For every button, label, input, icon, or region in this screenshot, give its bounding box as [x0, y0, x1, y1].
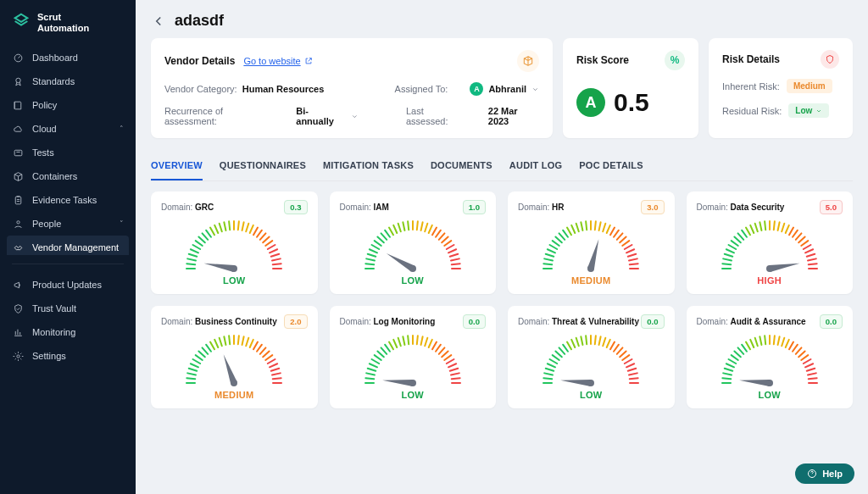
svg-line-233	[626, 364, 634, 367]
tab-mitigation-tasks[interactable]: MITIGATION TASKS	[323, 152, 414, 180]
back-arrow-icon[interactable]	[151, 14, 166, 29]
svg-line-97	[617, 233, 623, 239]
svg-line-132	[801, 241, 808, 246]
svg-line-249	[742, 345, 747, 352]
nav-main: DashboardStandardsPolicyCloud˄TestsConta…	[0, 46, 136, 255]
svg-line-48	[374, 241, 381, 246]
svg-line-203	[451, 378, 459, 379]
sidebar-item-containers[interactable]: Containers	[0, 164, 136, 188]
gauge: HIGH	[697, 219, 843, 286]
sidebar-item-monitoring[interactable]: Monitoring	[0, 320, 136, 344]
svg-line-151	[210, 342, 214, 350]
domain-card-data-security: Domain: Data Security5.0HIGH	[687, 191, 854, 294]
chevron-down-icon: ˅	[120, 219, 124, 228]
svg-line-29	[253, 228, 258, 236]
svg-line-165	[265, 355, 272, 360]
svg-line-55	[403, 222, 404, 230]
svg-line-114	[731, 241, 737, 246]
svg-line-187	[403, 336, 404, 345]
tab-questionnaires[interactable]: QUESTIONNAIRES	[220, 152, 306, 180]
sidebar-item-label: Settings	[32, 351, 66, 361]
tab-overview[interactable]: OVERVIEW	[151, 152, 203, 180]
svg-line-224	[599, 336, 601, 345]
svg-line-101	[626, 249, 634, 253]
domain-name: Log Monitoring	[374, 317, 436, 326]
svg-line-121	[760, 222, 761, 230]
svg-point-74	[409, 265, 416, 272]
svg-line-13	[191, 249, 198, 253]
svg-line-166	[268, 359, 275, 364]
svg-line-128	[789, 228, 793, 236]
svg-line-30	[257, 230, 262, 237]
domain-rating: LOW	[758, 390, 781, 400]
svg-line-180	[374, 355, 381, 360]
domain-card-iam: Domain: IAM1.0LOW	[330, 191, 497, 294]
svg-line-79	[548, 249, 555, 253]
svg-line-230	[620, 352, 626, 358]
svg-line-229	[617, 347, 623, 353]
sidebar-item-policy[interactable]: Policy	[0, 93, 136, 117]
sidebar-item-label: Monitoring	[32, 327, 75, 337]
sidebar-item-people[interactable]: People˅	[0, 212, 136, 236]
svg-line-232	[625, 359, 632, 364]
svg-line-22	[225, 222, 226, 230]
recurrence-select[interactable]: Bi-annually	[296, 106, 359, 126]
percent-icon: %	[665, 50, 685, 70]
sidebar-item-product-updates[interactable]: Product Updates	[0, 273, 136, 297]
nav-separator	[12, 264, 124, 264]
svg-line-117	[742, 230, 747, 237]
sidebar-item-dashboard[interactable]: Dashboard	[0, 46, 136, 69]
svg-line-98	[620, 237, 626, 243]
svg-line-59	[420, 222, 422, 230]
vendor-details-header: Vendor Details Go to website	[164, 50, 539, 72]
svg-line-25	[238, 221, 239, 230]
shieldcheck-icon	[12, 303, 24, 314]
sidebar-item-label: Evidence Tasks	[32, 195, 97, 205]
svg-point-4	[16, 220, 19, 223]
tab-audit-log[interactable]: AUDIT LOG	[509, 152, 562, 180]
svg-line-15	[196, 241, 203, 246]
sidebar-item-label: Vendor Management	[32, 242, 119, 253]
svg-line-65	[442, 237, 448, 243]
svg-line-14	[193, 245, 201, 249]
svg-line-18	[206, 230, 211, 237]
svg-line-78	[546, 254, 554, 257]
svg-line-212	[550, 359, 558, 364]
risk-score-title: Risk Score	[576, 54, 629, 66]
svg-line-264	[801, 355, 808, 360]
svg-line-216	[563, 345, 568, 352]
svg-line-102	[628, 254, 637, 257]
svg-line-220	[581, 336, 583, 345]
sidebar-item-cloud[interactable]: Cloud˄	[0, 117, 136, 141]
svg-line-243	[724, 369, 732, 371]
gauge-icon	[12, 52, 24, 64]
gauge: LOW	[697, 334, 843, 400]
sidebar-item-trust-vault[interactable]: Trust Vault	[0, 297, 136, 320]
svg-line-109	[722, 264, 731, 264]
tab-documents[interactable]: DOCUMENTS	[431, 152, 492, 180]
vendor-details-card: Vendor Details Go to website Vendor Cate…	[151, 38, 553, 138]
svg-line-60	[425, 224, 427, 232]
sidebar-item-vendor-management[interactable]: Vendor Management	[7, 236, 129, 255]
sidebar-item-label: Tests	[32, 147, 54, 158]
sidebar-item-tests[interactable]: Tests	[0, 141, 136, 164]
svg-line-23	[229, 221, 230, 230]
svg-line-119	[750, 225, 754, 233]
svg-line-198	[444, 355, 451, 360]
svg-line-236	[630, 378, 638, 379]
assignee-select[interactable]: A Abhranil	[470, 82, 539, 96]
sidebar-item-settings[interactable]: Settings	[0, 344, 136, 368]
svg-point-272	[766, 380, 773, 386]
residual-risk-select[interactable]: Low	[788, 103, 829, 118]
go-to-website-link[interactable]: Go to website	[243, 56, 312, 66]
svg-line-63	[436, 230, 441, 237]
tab-poc-details[interactable]: POC DETAILS	[579, 152, 643, 180]
svg-line-221	[586, 336, 587, 344]
help-button[interactable]: Help	[795, 463, 854, 484]
svg-line-86	[571, 225, 575, 233]
svg-line-94	[607, 225, 610, 233]
sidebar-item-evidence-tasks[interactable]: Evidence Tasks	[0, 188, 136, 212]
svg-line-164	[263, 352, 269, 358]
domain-rating: HIGH	[757, 275, 782, 286]
sidebar-item-standards[interactable]: Standards	[0, 69, 136, 93]
